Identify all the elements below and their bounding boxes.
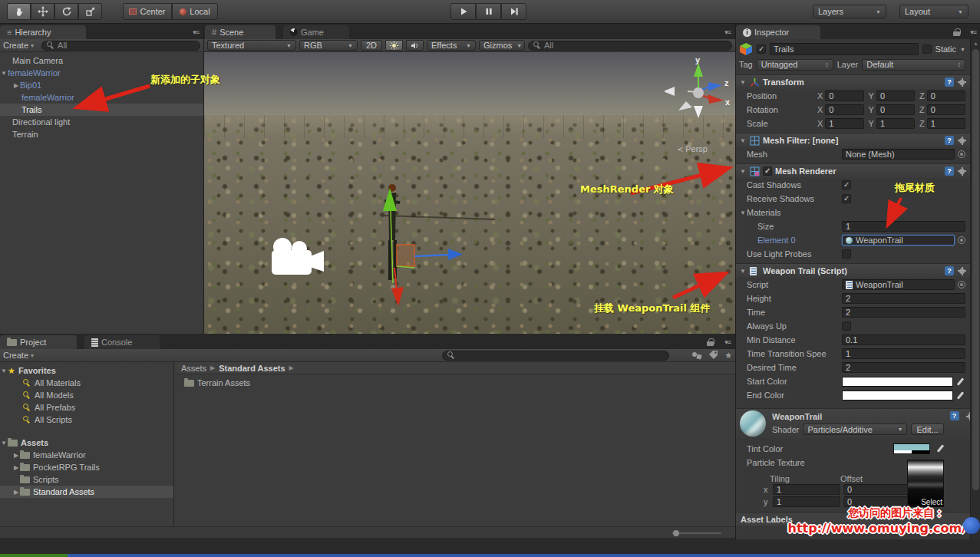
active-checkbox[interactable]	[757, 44, 766, 54]
favorite-all-scripts[interactable]: All Scripts	[0, 414, 173, 426]
project-panel-menu-icon[interactable]	[724, 338, 731, 346]
mesh-filter-header[interactable]: ▼ Mesh Filter: [none]	[736, 133, 970, 147]
folder-scripts[interactable]: Scripts	[0, 473, 173, 486]
light-probes-checkbox[interactable]	[842, 249, 851, 259]
lock-icon[interactable]	[707, 338, 714, 346]
favorites-root[interactable]: ▼★Favorites	[0, 364, 173, 377]
color-mode-dropdown[interactable]: RGB	[299, 40, 358, 51]
persp-label[interactable]: ≺ Persp	[677, 144, 708, 153]
tiling-x-field[interactable]: 1	[773, 484, 840, 495]
layer-dropdown[interactable]: Default	[862, 59, 965, 71]
height-field[interactable]: 2	[842, 293, 965, 304]
inspector-panel-menu-icon[interactable]	[970, 28, 976, 36]
gizmo-center[interactable]	[693, 87, 704, 98]
foldout-icon[interactable]: ▼	[739, 168, 747, 175]
breadcrumb-current[interactable]: Standard Assets	[219, 364, 285, 373]
min-distance-field[interactable]: 0.1	[842, 335, 965, 345]
weapon-trail-header[interactable]: ▼ Weapon Trail (Script)	[736, 263, 970, 278]
chevron-down-icon[interactable]: ▼	[0, 367, 8, 374]
scene-panel-menu-icon[interactable]	[724, 28, 731, 36]
foldout-icon[interactable]: ▼	[739, 209, 747, 216]
help-icon[interactable]	[950, 411, 959, 420]
tab-game[interactable]: Game	[283, 25, 349, 39]
gizmo-cone[interactable]	[665, 87, 675, 96]
scene-orientation-gizmo[interactable]: y z x	[665, 57, 732, 121]
tab-scene[interactable]: # Scene	[205, 25, 276, 39]
object-picker-icon[interactable]	[958, 281, 965, 288]
filter-by-label-icon[interactable]	[708, 351, 718, 360]
end-color-swatch[interactable]	[842, 391, 953, 400]
folder-femalewarrior[interactable]: ▶femaleWarrior	[0, 449, 173, 461]
tab-inspector[interactable]: i Inspector	[736, 25, 820, 39]
gameobject-name-field[interactable]: Trails	[770, 43, 919, 55]
component-enabled-checkbox[interactable]	[763, 166, 772, 176]
element0-material-field[interactable]: WeaponTrail	[842, 235, 955, 246]
gear-icon[interactable]	[959, 138, 965, 143]
eyedropper-icon[interactable]	[936, 443, 945, 453]
help-icon[interactable]	[945, 266, 954, 275]
lock-icon[interactable]	[953, 28, 960, 36]
cast-shadows-checkbox[interactable]	[842, 180, 851, 190]
icon-size-slider[interactable]	[671, 532, 721, 534]
rotation-y-field[interactable]: 0	[876, 104, 915, 115]
help-icon[interactable]	[945, 166, 954, 176]
scroll-up-icon[interactable]: ▲	[973, 41, 978, 46]
tag-dropdown[interactable]: Untagged	[757, 59, 833, 71]
gizmo-cone[interactable]	[694, 106, 703, 118]
scale-tool-button[interactable]	[78, 3, 102, 20]
hierarchy-item-directional-light[interactable]: Directional light	[0, 116, 203, 128]
filter-by-type-icon[interactable]	[691, 351, 702, 360]
chevron-right-icon[interactable]: ▶	[12, 489, 20, 496]
time-transition-field[interactable]: 1	[842, 348, 965, 359]
pause-button[interactable]	[476, 3, 501, 20]
position-x-field[interactable]: 0	[825, 91, 863, 101]
scene-search-input[interactable]: All	[528, 41, 732, 51]
project-search-input[interactable]	[442, 351, 669, 361]
script-object-field[interactable]: WeaponTrail	[842, 279, 955, 290]
play-button[interactable]	[450, 3, 476, 20]
object-picker-icon[interactable]	[958, 236, 965, 244]
foldout-icon[interactable]: ▼	[739, 79, 747, 86]
move-tool-button[interactable]	[31, 3, 54, 20]
mesh-renderer-header[interactable]: ▼ Mesh Renderer	[736, 163, 970, 178]
layout-dropdown[interactable]: Layout	[899, 5, 968, 18]
folder-pocketrpg-trails[interactable]: ▶PocketRPG Trails	[0, 461, 173, 473]
tiling-y-field[interactable]: 1	[773, 496, 840, 507]
project-create-button[interactable]: Create	[3, 351, 34, 360]
tab-hierarchy[interactable]: ≡ Hierarchy	[0, 25, 86, 39]
tab-project[interactable]: Project	[0, 335, 77, 349]
rotation-z-field[interactable]: 0	[927, 104, 965, 115]
layers-dropdown[interactable]: Layers	[813, 5, 886, 18]
effects-dropdown[interactable]: Effects	[427, 40, 476, 51]
position-z-field[interactable]: 0	[927, 91, 965, 101]
favorite-all-materials[interactable]: All Materials	[0, 377, 173, 389]
rotation-x-field[interactable]: 0	[825, 104, 863, 115]
desired-time-field[interactable]: 2	[842, 362, 965, 373]
gizmo-y-cone[interactable]	[694, 63, 703, 77]
mesh-object-field[interactable]: None (Mesh)	[842, 149, 955, 160]
rotate-tool-button[interactable]	[54, 3, 78, 20]
offset-y-field[interactable]: 0	[843, 496, 908, 507]
folder-standard-assets[interactable]: ▶Standard Assets	[0, 486, 173, 498]
pivot-center-button[interactable]: Center	[123, 3, 172, 20]
always-up-checkbox[interactable]	[842, 321, 851, 331]
object-picker-icon[interactable]	[958, 150, 965, 158]
gizmo-z-cone[interactable]	[708, 82, 722, 91]
gear-icon[interactable]	[959, 269, 965, 274]
space-local-button[interactable]: Local	[172, 3, 218, 20]
start-color-swatch[interactable]	[842, 377, 953, 387]
inspector-scrollbar[interactable]: ▲	[970, 39, 980, 539]
audio-toggle-button[interactable]	[406, 40, 424, 51]
help-icon[interactable]	[945, 77, 954, 87]
favorites-filter-icon[interactable]: ★	[724, 351, 732, 361]
gizmos-dropdown[interactable]: Gizmos	[479, 40, 525, 51]
lighting-toggle-button[interactable]	[385, 40, 403, 51]
camera-icon[interactable]	[269, 236, 328, 284]
draw-mode-dropdown[interactable]: Textured	[207, 40, 296, 51]
time-field[interactable]: 2	[842, 307, 965, 318]
receive-shadows-checkbox[interactable]	[842, 194, 851, 203]
breadcrumb-root[interactable]: Assets	[181, 364, 206, 373]
chevron-right-icon[interactable]: ▶	[12, 464, 20, 471]
eyedropper-icon[interactable]	[956, 377, 965, 387]
hierarchy-item-femalewarrior-child[interactable]: femaleWarrior	[0, 91, 203, 104]
